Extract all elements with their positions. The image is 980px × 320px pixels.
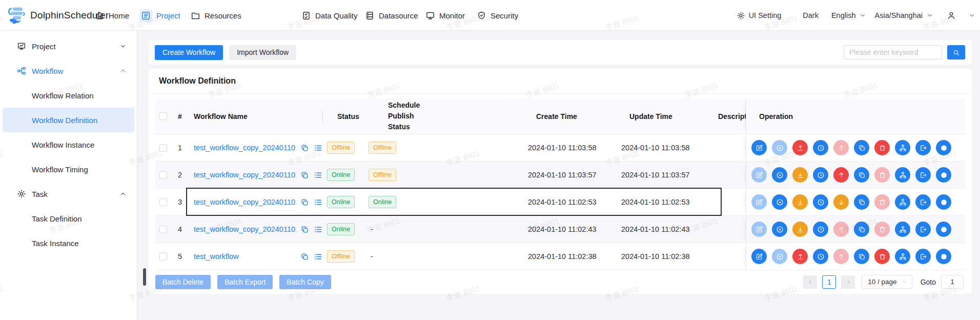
copy-name-icon[interactable]: [300, 225, 309, 234]
op-version-info-button[interactable]: [936, 167, 951, 183]
prev-page-button[interactable]: [803, 275, 817, 289]
op-version-info-button[interactable]: [936, 249, 951, 264]
workflow-name-link[interactable]: test_workflow_copy_20240110110243214: [194, 225, 296, 233]
timezone-select[interactable]: Asia/Shanghai: [874, 11, 933, 19]
copy-name-icon[interactable]: [300, 144, 309, 152]
page-size-select[interactable]: 10 / page: [862, 275, 912, 289]
nav-item-data-quality[interactable]: Data Quality: [301, 0, 358, 31]
op-start-button[interactable]: [772, 140, 787, 155]
user-menu-chevron[interactable]: [968, 12, 975, 19]
op-export-button[interactable]: [915, 249, 931, 264]
copy-name-icon[interactable]: [300, 171, 309, 179]
nav-item-monitor[interactable]: Monitor: [425, 0, 465, 31]
nav-item-resources[interactable]: Resources: [191, 0, 241, 31]
sidebar-item-workflow-relation[interactable]: Workflow Relation: [0, 83, 137, 108]
batch-copy-button[interactable]: Batch Copy: [279, 275, 331, 289]
nav-item-home[interactable]: Home: [95, 0, 129, 31]
op-export-button[interactable]: [915, 167, 931, 183]
batch-export-button[interactable]: Batch Export: [217, 275, 273, 289]
row-checkbox[interactable]: [159, 198, 167, 206]
op-edit-button[interactable]: [751, 140, 767, 155]
nav-item-datasource[interactable]: Datasource: [365, 0, 418, 31]
op-delete-button[interactable]: [874, 249, 890, 264]
task-list-icon[interactable]: [314, 252, 322, 261]
op-version-info-button[interactable]: [936, 222, 951, 237]
workflow-name-link[interactable]: test_workflow_copy_20240110110358922: [194, 144, 296, 152]
task-list-icon[interactable]: [314, 225, 322, 234]
op-release-button[interactable]: [792, 222, 808, 237]
workflow-name-link[interactable]: test_workflow: [194, 252, 239, 261]
op-version-info-button[interactable]: [936, 194, 951, 210]
sidebar-item-workflow[interactable]: Workflow: [0, 58, 137, 83]
copy-name-icon[interactable]: [300, 198, 309, 207]
sidebar-item-workflow-definition[interactable]: Workflow Definition: [3, 108, 134, 132]
op-version-tree-button[interactable]: [895, 194, 910, 210]
op-delete-button[interactable]: [874, 140, 890, 155]
op-copy-button[interactable]: [854, 194, 869, 210]
row-checkbox[interactable]: [159, 171, 167, 179]
sidebar-item-workflow-timing[interactable]: Workflow Timing: [0, 157, 137, 182]
sidebar-item-task[interactable]: Task: [0, 182, 137, 206]
op-version-tree-button[interactable]: [895, 249, 910, 264]
op-timing-button[interactable]: [813, 222, 828, 237]
theme-toggle[interactable]: Dark: [803, 11, 819, 19]
op-export-button[interactable]: [915, 140, 931, 155]
op-edit-button[interactable]: [751, 194, 767, 210]
nav-item-security[interactable]: Security: [477, 0, 518, 31]
task-list-icon[interactable]: [314, 144, 322, 152]
op-export-button[interactable]: [915, 222, 931, 237]
op-start-button[interactable]: [772, 194, 787, 210]
select-all-checkbox[interactable]: [159, 112, 167, 120]
op-timing-release-button[interactable]: [833, 194, 849, 210]
task-list-icon[interactable]: [314, 171, 322, 179]
op-version-tree-button[interactable]: [895, 140, 910, 155]
op-copy-button[interactable]: [854, 249, 869, 264]
workflow-name-link[interactable]: test_workflow_copy_20240110110357684: [194, 171, 296, 179]
op-timing-button[interactable]: [813, 249, 828, 264]
row-checkbox[interactable]: [159, 144, 167, 152]
search-input[interactable]: [844, 45, 942, 59]
op-version-tree-button[interactable]: [895, 222, 910, 237]
op-timing-release-button[interactable]: [833, 167, 849, 183]
op-start-button[interactable]: [772, 222, 787, 237]
copy-name-icon[interactable]: [300, 252, 309, 261]
op-timing-release-button[interactable]: [833, 140, 849, 155]
op-timing-release-button[interactable]: [833, 249, 849, 264]
op-version-tree-button[interactable]: [895, 167, 910, 183]
sidebar-item-workflow-instance[interactable]: Workflow Instance: [0, 132, 137, 157]
page-number-current[interactable]: 1: [822, 275, 836, 289]
op-start-button[interactable]: [772, 249, 787, 264]
op-delete-button[interactable]: [874, 167, 890, 183]
op-timing-button[interactable]: [813, 140, 828, 155]
op-edit-button[interactable]: [751, 222, 767, 237]
op-release-button[interactable]: [792, 194, 808, 210]
workflow-name-link[interactable]: test_workflow_copy_20240110110253115: [194, 198, 296, 206]
sidebar-item-project[interactable]: Project: [0, 34, 137, 58]
task-list-icon[interactable]: [314, 198, 322, 207]
op-copy-button[interactable]: [854, 140, 869, 155]
sidebar-item-task-instance[interactable]: Task Instance: [0, 231, 137, 255]
op-delete-button[interactable]: [874, 194, 890, 210]
op-delete-button[interactable]: [874, 222, 890, 237]
scrollbar-thumb[interactable]: [143, 268, 146, 286]
op-edit-button[interactable]: [751, 249, 767, 264]
op-timing-button[interactable]: [813, 194, 828, 210]
create-workflow-button[interactable]: Create Workflow: [155, 45, 223, 60]
op-release-button[interactable]: [792, 167, 808, 183]
goto-page-input[interactable]: [941, 275, 964, 289]
op-timing-button[interactable]: [813, 167, 828, 183]
op-start-button[interactable]: [772, 167, 787, 183]
user-menu-button[interactable]: [947, 11, 956, 20]
op-version-info-button[interactable]: [936, 140, 951, 155]
op-export-button[interactable]: [915, 194, 931, 210]
op-copy-button[interactable]: [854, 167, 869, 183]
language-select[interactable]: English: [831, 11, 867, 19]
op-edit-button[interactable]: [751, 167, 767, 183]
sidebar-item-task-definition[interactable]: Task Definition: [0, 206, 137, 231]
op-release-button[interactable]: [792, 140, 808, 155]
import-workflow-button[interactable]: Import Workflow: [229, 45, 296, 60]
ui-setting-button[interactable]: UI Setting: [737, 11, 782, 20]
op-release-button[interactable]: [792, 249, 808, 264]
row-checkbox[interactable]: [159, 226, 167, 233]
batch-delete-button[interactable]: Batch Delete: [155, 275, 211, 289]
